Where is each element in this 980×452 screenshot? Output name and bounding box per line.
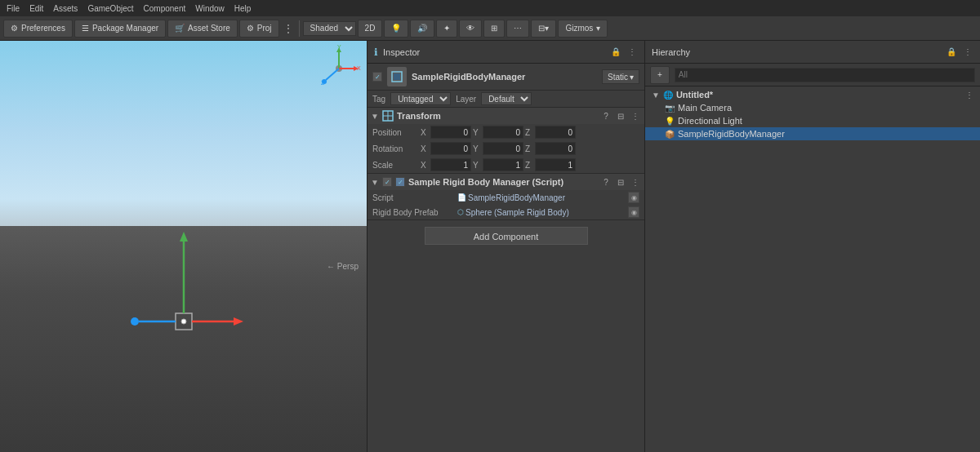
menu-help[interactable]: Help: [234, 4, 252, 13]
scene-view: ← Persp Y X: [0, 41, 368, 452]
scale-y-input[interactable]: [483, 158, 523, 171]
proj-button[interactable]: ⚙ Proj: [239, 20, 279, 38]
menu-window[interactable]: Window: [195, 4, 225, 13]
menu-edit[interactable]: Edit: [29, 4, 43, 13]
scene-expand-icon: ▼: [652, 91, 660, 100]
shaded-dropdown[interactable]: Shaded: [303, 21, 356, 36]
inspector-icon: ℹ: [374, 47, 378, 58]
layer-dropdown[interactable]: Default: [481, 92, 532, 105]
svg-text:Z: Z: [321, 80, 325, 86]
pos-z-label: Z: [525, 128, 533, 137]
hierarchy-item-main-camera[interactable]: 📷 Main Camera: [645, 101, 980, 114]
scale-fields: X Y Z: [421, 158, 639, 171]
pos-z-input[interactable]: [535, 126, 576, 139]
position-row: Position X Y Z: [368, 124, 644, 140]
scene-root-item[interactable]: ▼ 🌐 Untitled* ⋮: [645, 88, 980, 101]
transform-header[interactable]: ▼ Transform ? ⊟ ⋮: [368, 108, 644, 124]
persp-label: ← Persp: [327, 262, 359, 271]
more-options-icon[interactable]: ⋮: [626, 47, 638, 58]
menu-assets[interactable]: Assets: [53, 4, 78, 13]
add-object-button[interactable]: +: [650, 66, 670, 84]
light-toggle[interactable]: 💡: [384, 20, 408, 38]
svg-rect-19: [394, 73, 400, 80]
rot-z-input[interactable]: [535, 142, 576, 155]
static-button[interactable]: Static ▾: [602, 69, 639, 84]
main-toolbar: ⚙ Preferences ☰ Package Manager 🛒 Asset …: [0, 16, 980, 41]
scale-x-input[interactable]: [430, 158, 471, 171]
hide-toggle[interactable]: 👁: [459, 20, 482, 38]
script-header[interactable]: ▼ ✓ ✓ Sample Rigid Body Manager (Script)…: [368, 174, 644, 190]
active-checkbox[interactable]: ✓: [372, 72, 382, 82]
menu-component[interactable]: Component: [144, 4, 186, 13]
add-component-button[interactable]: Add Component: [425, 227, 588, 245]
transform-collapse-icon: ▼: [371, 112, 379, 121]
scene-icon: 🌐: [663, 91, 673, 100]
rigid-body-row: Rigid Body Prefab ⬡ Sphere (Sample Rigid…: [368, 205, 644, 219]
asset-store-button[interactable]: 🛒 Asset Store: [167, 20, 238, 38]
svg-text:Y: Y: [337, 44, 341, 50]
rot-x-label: X: [421, 144, 429, 153]
scene-more-icon[interactable]: ⋮: [965, 91, 973, 100]
top-menu: File Edit Assets GameObject Component Wi…: [0, 0, 980, 16]
lock-icon[interactable]: 🔒: [610, 47, 621, 58]
hierarchy-tab-title: Hierarchy: [652, 47, 690, 57]
position-fields: X Y Z: [421, 126, 639, 139]
menu-gameobject[interactable]: GameObject: [87, 4, 133, 13]
hierarchy-item-sample-rigid-body[interactable]: 📦 SampleRigidBodyManager: [645, 127, 980, 140]
script-settings-icon[interactable]: ⊟: [615, 176, 626, 188]
script-collapse-icon: ▼: [371, 178, 379, 187]
preferences-button[interactable]: ⚙ Preferences: [3, 20, 73, 38]
rot-x-input[interactable]: [430, 142, 471, 155]
hierarchy-content: ▼ 🌐 Untitled* ⋮ 📷 Main Camera 💡 Directio…: [645, 86, 980, 452]
script-field-value: 📄 SampleRigidBodyManager: [457, 193, 625, 202]
pos-x-label: X: [421, 128, 429, 137]
inspector-tab-title: Inspector: [383, 47, 420, 57]
static-arrow-icon: ▾: [630, 73, 634, 82]
transform-help-icon[interactable]: ?: [600, 110, 612, 122]
scale-y-label: Y: [473, 161, 481, 170]
scale-z-input[interactable]: [535, 158, 576, 171]
script-component-checkbox[interactable]: ✓: [395, 177, 405, 187]
pos-x-input[interactable]: [430, 126, 471, 139]
menu-file[interactable]: File: [7, 4, 20, 13]
render-toggle[interactable]: ⋯: [506, 20, 529, 38]
script-target-button[interactable]: ◉: [628, 192, 639, 203]
svg-marker-12: [180, 232, 188, 242]
package-manager-button[interactable]: ☰ Package Manager: [74, 20, 166, 38]
transform-more-icon[interactable]: ⋮: [630, 110, 641, 122]
2d-button[interactable]: 2D: [358, 20, 383, 38]
hierarchy-more-icon[interactable]: ⋮: [962, 47, 973, 58]
script-field-label: Script: [372, 193, 454, 202]
audio-toggle[interactable]: 🔊: [410, 20, 434, 38]
toolbar-separator-1: [299, 20, 300, 37]
script-row: Script 📄 SampleRigidBodyManager ◉: [368, 190, 644, 205]
svg-point-17: [181, 319, 186, 324]
effects-toggle[interactable]: ✦: [436, 20, 457, 38]
rigid-body-label: Rigid Body Prefab: [372, 208, 454, 217]
aspect-dropdown[interactable]: ⊟▾: [531, 20, 556, 38]
script-help-icon[interactable]: ?: [600, 176, 612, 188]
hierarchy-search-input[interactable]: [675, 68, 975, 82]
transform-controls: ? ⊟ ⋮: [600, 110, 641, 122]
script-controls: ? ⊟ ⋮: [600, 176, 641, 188]
transform-settings-icon[interactable]: ⊟: [615, 110, 626, 122]
hierarchy-lock-icon[interactable]: 🔒: [946, 47, 957, 58]
grid-toggle[interactable]: ⊞: [483, 20, 505, 38]
object-name: SampleRigidBodyManager: [412, 72, 597, 82]
rigid-body-target-button[interactable]: ◉: [628, 206, 639, 218]
light-icon: 💡: [665, 117, 675, 126]
script-more-icon[interactable]: ⋮: [630, 176, 641, 188]
gizmos-button[interactable]: Gizmos ▾: [558, 20, 608, 38]
gizmos-arrow-icon: ▾: [596, 24, 600, 33]
script-file-icon: 📄: [457, 193, 466, 202]
rot-y-input[interactable]: [483, 142, 523, 155]
scene-content[interactable]: ← Persp Y X: [0, 41, 367, 452]
rotation-row: Rotation X Y Z: [368, 140, 644, 157]
script-active-checkbox[interactable]: ✓: [382, 177, 392, 187]
svg-line-5: [326, 69, 339, 80]
rotation-fields: X Y Z: [421, 142, 639, 155]
hierarchy-item-directional-light[interactable]: 💡 Directional Light: [645, 114, 980, 127]
tag-dropdown[interactable]: Untagged: [390, 92, 451, 105]
hierarchy-toolbar: +: [645, 64, 980, 86]
pos-y-input[interactable]: [483, 126, 523, 139]
